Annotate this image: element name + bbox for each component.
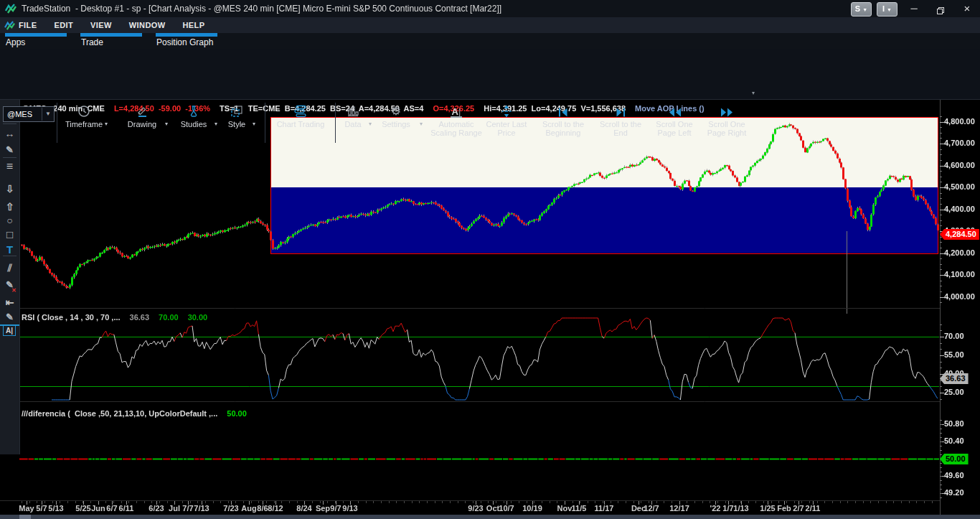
style-icon	[221, 103, 253, 118]
toolbar-button-scroll-page-left[interactable]: Scroll One Page Left	[647, 103, 702, 137]
toolbar-button-center-last-price[interactable]: Center Last Price	[483, 103, 530, 137]
toolbar-button-label: Automatic Scaling Range	[429, 120, 484, 137]
toolbar-button-label: Scroll to the Beginning	[534, 120, 593, 137]
expand-horizontal-tool-icon[interactable]: ↔	[0, 126, 19, 141]
restore-button[interactable]	[933, 5, 947, 17]
tab-strip: AppsTradePosition Graph	[0, 33, 980, 49]
toolbar-button-label: Studies	[173, 120, 215, 128]
toolbar-button-scroll-page-right[interactable]: Scroll One Page Right	[698, 103, 755, 137]
drawing-dropdown-arrow[interactable]: ▾	[165, 121, 168, 127]
style-dropdown-arrow[interactable]: ▾	[253, 121, 255, 127]
tab-trade[interactable]: Trade	[81, 37, 103, 47]
menu-item-help[interactable]: HELP	[182, 21, 204, 29]
tab-indicator-position-graph	[156, 33, 217, 37]
symbol-input-box: ▼	[3, 106, 55, 122]
scroll-right-icon	[698, 103, 755, 118]
tool-strip-divider	[3, 157, 17, 158]
tab-apps[interactable]: Apps	[6, 37, 25, 47]
parallel-lines-tool-icon[interactable]: ⫽	[0, 261, 19, 275]
scroll-end-icon	[593, 103, 649, 118]
menu-item-file[interactable]: FILE	[19, 21, 37, 29]
toolbar-button-timeframe[interactable]: Timeframe	[60, 103, 108, 128]
symbol-input[interactable]	[4, 110, 42, 118]
toolbar: ▼ Timeframe▾Drawing▾Studies▾Style▾Chart …	[0, 49, 980, 100]
menu-items: FILEEDITVIEWWINDOWHELP	[19, 17, 204, 33]
scroll-left-icon	[647, 103, 702, 118]
gear-icon: ⚙	[376, 103, 416, 118]
toolbar-separator	[335, 103, 336, 143]
window-title: TradeStation - Desktop #1 - sp - [Chart …	[22, 4, 501, 14]
tool-strip-divider	[3, 256, 17, 256]
tool-strip-divider	[3, 123, 17, 124]
lines-menu-tool-icon[interactable]: ≡	[0, 159, 19, 174]
data-icon	[339, 103, 367, 118]
arrow-up-tool-icon[interactable]: ⇧	[0, 200, 19, 214]
auto-scale-icon: A|	[429, 103, 484, 118]
toolbar-button-label: Center Last Price	[483, 120, 530, 137]
clock-icon	[60, 103, 108, 118]
toolbar-button-data[interactable]: Data	[339, 103, 367, 128]
toolbar-button-settings[interactable]: ⚙Settings	[376, 103, 416, 128]
auto-scale-tool-icon[interactable]: A|	[3, 325, 16, 336]
toolbar-button-chart-trading[interactable]: Chart Trading	[270, 103, 331, 128]
toolbar-button-studies[interactable]: Studies	[173, 103, 215, 128]
toolbar-button-label: Drawing	[120, 120, 164, 128]
menu-item-view[interactable]: VIEW	[90, 21, 112, 29]
menu-item-edit[interactable]: EDIT	[54, 21, 73, 29]
toolbar-button-label: Style	[221, 120, 253, 128]
toolbar-button-style[interactable]: Style	[221, 103, 253, 128]
tradestation-logo-icon	[5, 4, 17, 17]
toolbar-separator	[57, 103, 57, 143]
close-button[interactable]: ×	[960, 3, 974, 14]
horizontal-scrollbar[interactable]	[0, 515, 980, 519]
quick-interval-button[interactable]: I ▼	[877, 2, 897, 17]
app-icon	[4, 20, 15, 33]
data-dropdown-arrow[interactable]: ▾	[369, 121, 372, 127]
tab-indicator-apps	[5, 33, 67, 37]
scrollbar-thumb[interactable]	[19, 515, 31, 519]
ellipse-tool-icon[interactable]: ○	[0, 213, 19, 228]
drawing-tool-strip: +↔✎≡⇩⇧○□T⫽✎✕⇤✎A|	[0, 99, 20, 454]
toolbar-button-drawing[interactable]: Drawing	[120, 103, 164, 128]
toolbar-button-label: Scroll One Page Left	[647, 120, 702, 137]
tab-position-graph[interactable]: Position Graph	[156, 37, 213, 47]
step-left-tool-icon[interactable]: ⇤	[0, 295, 19, 309]
center-price-icon	[483, 103, 530, 118]
toolbar-button-label: Scroll One Page Right	[698, 120, 755, 137]
toolbar-separator	[265, 103, 265, 143]
scroll-begin-icon	[534, 103, 593, 118]
timeframe-dropdown-arrow[interactable]: ▾	[105, 121, 108, 127]
settings-dropdown-arrow[interactable]: ▾	[420, 121, 423, 127]
trendline-tool-icon[interactable]: ✎	[0, 143, 19, 157]
minimize-button[interactable]: ─	[907, 3, 921, 14]
studies-dropdown-arrow[interactable]: ▾	[215, 121, 217, 127]
tab-indicator-trade	[80, 33, 142, 37]
title-bar: TradeStation - Desktop #1 - sp - [Chart …	[0, 0, 980, 17]
toolbar-button-label: Chart Trading	[270, 120, 331, 128]
arrow-down-tool-icon[interactable]: ⇩	[0, 182, 19, 196]
toolbar-overflow-arrow[interactable]: ▾	[752, 90, 755, 96]
pen-tool-icon[interactable]: ✎	[0, 310, 19, 326]
text-tool-icon[interactable]: T	[0, 243, 19, 257]
pen-icon	[120, 103, 164, 118]
toolbar-button-scroll-to-end[interactable]: Scroll to the End	[593, 103, 649, 137]
toolbar-button-label: Data	[339, 120, 367, 128]
rectangle-tool-icon[interactable]: □	[0, 228, 19, 242]
symbol-dropdown-arrow[interactable]: ▼	[42, 108, 54, 121]
quick-symbol-button[interactable]: S ▼	[851, 2, 872, 17]
menu-item-window[interactable]: WINDOW	[129, 21, 166, 29]
toolbar-button-label: Timeframe	[60, 120, 108, 128]
toolbar-button-scroll-to-beginning[interactable]: Scroll to the Beginning	[534, 103, 593, 137]
chart-trading-icon	[270, 103, 331, 118]
toolbar-button-automatic-scaling-range[interactable]: A|Automatic Scaling Range	[429, 103, 484, 137]
menu-bar: FILEEDITVIEWWINDOWHELP ─ ×	[0, 17, 980, 33]
delete-drawing-tool-icon[interactable]: ✎✕	[0, 278, 19, 292]
flask-icon	[173, 103, 215, 118]
toolbar-button-label: Settings	[376, 120, 416, 128]
toolbar-button-label: Scroll to the End	[593, 120, 649, 137]
